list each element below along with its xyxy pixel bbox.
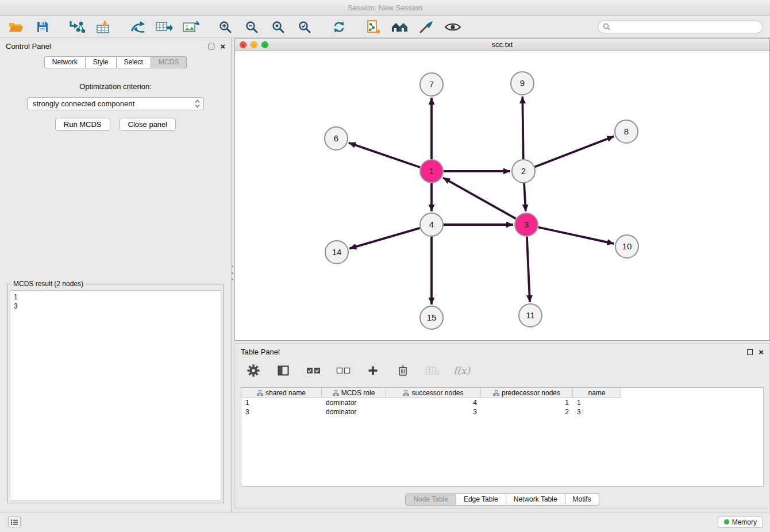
cell-shared-name[interactable]: 1 xyxy=(241,398,322,407)
memory-status-icon xyxy=(724,519,729,525)
column-header-shared-name[interactable]: shared name xyxy=(241,388,322,398)
column-header-successor-nodes[interactable]: successor nodes xyxy=(386,388,481,398)
tab-style[interactable]: Style xyxy=(86,56,117,68)
float-table-panel-icon[interactable] xyxy=(747,349,753,355)
graph-node-8[interactable]: 8 xyxy=(615,120,638,143)
criterion-selected-value: strongly connected component xyxy=(33,99,195,108)
export-image-button[interactable] xyxy=(182,18,200,36)
graph-node-label: 10 xyxy=(622,241,632,251)
zoom-fit-icon xyxy=(271,20,285,34)
traffic-zoom-icon[interactable] xyxy=(261,41,268,48)
home-button[interactable] xyxy=(391,18,409,36)
graph-edge-3-1[interactable] xyxy=(443,178,516,218)
create-column-button[interactable] xyxy=(364,362,382,379)
cell-successor-nodes[interactable]: 4 xyxy=(386,398,481,407)
cell-predecessor-nodes[interactable]: 1 xyxy=(481,398,573,407)
traffic-close-icon[interactable] xyxy=(240,41,247,48)
search-input[interactable] xyxy=(613,23,758,31)
graph-node-3[interactable]: 3 xyxy=(515,213,538,236)
graph-edge-3-10[interactable] xyxy=(538,228,614,244)
zoom-fit-button[interactable] xyxy=(269,18,287,36)
select-all-columns-button[interactable] xyxy=(304,362,322,379)
table-tabs: Node Table Edge Table Network Table Moti… xyxy=(235,494,769,506)
zoom-out-icon xyxy=(245,20,259,34)
graph-node-2[interactable]: 2 xyxy=(512,160,535,183)
copy-view-button[interactable] xyxy=(364,18,383,36)
tab-motifs[interactable]: Motifs xyxy=(565,494,599,506)
style-paint-button[interactable] xyxy=(417,18,436,36)
graph-node-4[interactable]: 4 xyxy=(420,213,443,236)
delete-table-icon xyxy=(426,366,440,375)
graph-node-label: 4 xyxy=(429,219,434,229)
graph-node-15[interactable]: 15 xyxy=(420,306,443,329)
tab-network-table[interactable]: Network Table xyxy=(506,494,565,506)
column-header-predecessor-nodes[interactable]: predecessor nodes xyxy=(481,388,573,398)
graph-edge-2-9[interactable] xyxy=(522,97,523,159)
criterion-select[interactable]: strongly connected component xyxy=(27,97,204,110)
memory-button[interactable]: Memory xyxy=(718,516,763,528)
delete-table-button[interactable] xyxy=(424,362,442,379)
mcds-result-list[interactable]: 1 3 xyxy=(10,290,221,500)
zoom-selected-button[interactable] xyxy=(295,18,314,36)
refresh-button[interactable] xyxy=(330,18,348,36)
network-canvas[interactable]: 7968124314101511 xyxy=(235,51,769,340)
graph-node-6[interactable]: 6 xyxy=(325,127,348,150)
column-type-icon xyxy=(333,390,339,396)
network-window: scc.txt 7968124314101511 xyxy=(234,38,770,341)
cell-mcds-role[interactable]: dominator xyxy=(322,407,386,417)
graph-node-9[interactable]: 9 xyxy=(511,72,534,95)
vertical-splitter-handle[interactable] xyxy=(231,265,233,280)
save-session-button[interactable] xyxy=(33,18,52,36)
table-settings-button[interactable] xyxy=(244,362,263,379)
graph-node-11[interactable]: 11 xyxy=(519,304,542,327)
column-header-mcds-role[interactable]: MCDS role xyxy=(322,388,386,398)
graph-node-14[interactable]: 14 xyxy=(325,241,348,264)
network-share-button[interactable] xyxy=(129,18,147,36)
eye-button[interactable] xyxy=(444,18,462,36)
close-table-panel-icon[interactable] xyxy=(759,349,764,355)
cell-shared-name[interactable]: 3 xyxy=(241,407,322,417)
table-row[interactable]: 3 dominator 3 2 3 xyxy=(241,407,763,417)
cell-predecessor-nodes[interactable]: 2 xyxy=(481,407,573,417)
graph-edge-3-11[interactable] xyxy=(527,237,530,302)
search-icon xyxy=(603,23,610,30)
graph-node-label: 2 xyxy=(521,166,526,176)
result-line: 3 xyxy=(14,302,217,311)
graph-edge-2-8[interactable] xyxy=(535,136,614,167)
search-field[interactable] xyxy=(598,21,763,33)
close-panel-icon[interactable] xyxy=(220,44,225,49)
cell-name[interactable]: 1 xyxy=(573,398,621,407)
tab-node-table[interactable]: Node Table xyxy=(405,494,456,506)
graph-edge-4-14[interactable] xyxy=(349,228,420,249)
import-table-button[interactable] xyxy=(94,18,113,36)
tab-edge-table[interactable]: Edge Table xyxy=(456,494,506,506)
zoom-in-button[interactable] xyxy=(216,18,234,36)
graph-node-7[interactable]: 7 xyxy=(420,73,443,96)
network-window-titlebar[interactable]: scc.txt xyxy=(235,38,769,51)
deselect-all-columns-button[interactable] xyxy=(334,362,352,379)
table-row[interactable]: 1 dominator 4 1 1 xyxy=(241,398,763,407)
cell-mcds-role[interactable]: dominator xyxy=(322,398,386,407)
tab-select[interactable]: Select xyxy=(117,56,151,68)
function-builder-button[interactable]: f(x) xyxy=(453,365,470,376)
graph-edge-2-3[interactable] xyxy=(524,183,526,211)
float-panel-icon[interactable] xyxy=(209,44,214,49)
network-table-button[interactable] xyxy=(155,18,174,36)
delete-column-button[interactable] xyxy=(394,362,412,379)
graph-node-10[interactable]: 10 xyxy=(615,235,638,258)
show-columns-button[interactable] xyxy=(274,362,292,379)
task-history-button[interactable] xyxy=(8,516,21,527)
cell-successor-nodes[interactable]: 3 xyxy=(386,407,481,417)
run-mcds-button[interactable]: Run MCDS xyxy=(55,118,110,131)
tab-network[interactable]: Network xyxy=(44,56,86,68)
cell-name[interactable]: 3 xyxy=(573,407,621,417)
tab-mcds[interactable]: MCDS xyxy=(151,56,187,68)
graph-node-1[interactable]: 1 xyxy=(420,160,443,183)
traffic-minimize-icon[interactable] xyxy=(251,41,257,48)
zoom-out-button[interactable] xyxy=(242,18,261,36)
close-panel-button[interactable]: Close panel xyxy=(120,118,176,131)
graph-edge-1-6[interactable] xyxy=(349,143,420,168)
import-network-button[interactable] xyxy=(68,18,86,36)
open-session-button[interactable] xyxy=(7,18,25,36)
column-header-name[interactable]: name xyxy=(573,388,621,398)
